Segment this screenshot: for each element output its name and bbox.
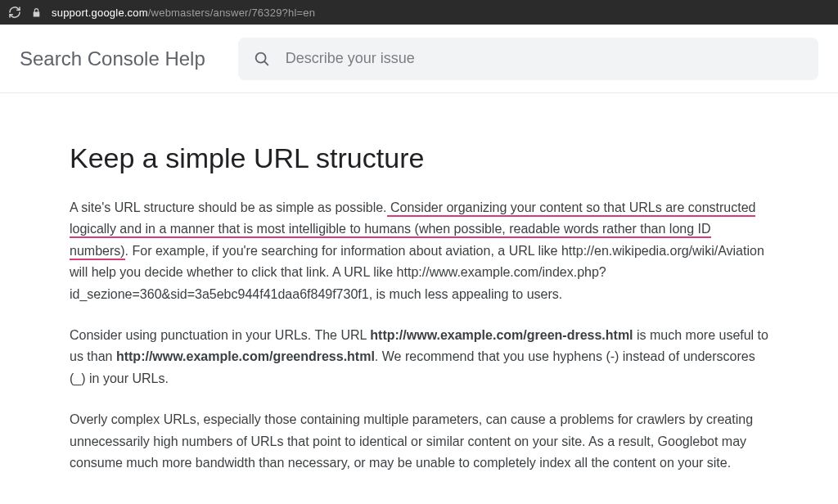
browser-address-bar: support.google.com/webmasters/answer/763…: [0, 0, 838, 25]
paragraph-2: Consider using punctuation in your URLs.…: [70, 325, 768, 389]
article-content: Keep a simple URL structure A site's URL…: [0, 93, 838, 474]
p1-text-a: A site's URL structure should be as simp…: [70, 200, 387, 214]
search-icon: [253, 50, 271, 68]
url-host: support.google.com: [52, 7, 148, 19]
lock-icon: [31, 7, 42, 18]
search-box[interactable]: [238, 38, 818, 80]
svg-line-1: [264, 61, 268, 64]
p1-text-b: . For example, if you're searching for i…: [70, 244, 764, 301]
p2-url-bad: http://www.example.com/greendress.html: [116, 349, 375, 363]
p2-text-a: Consider using punctuation in your URLs.…: [70, 328, 370, 342]
paragraph-1: A site's URL structure should be as simp…: [70, 197, 768, 305]
site-title[interactable]: Search Console Help: [20, 47, 205, 70]
site-header: Search Console Help: [0, 25, 838, 93]
paragraph-3: Overly complex URLs, especially those co…: [70, 409, 768, 474]
reload-icon[interactable]: [8, 6, 21, 19]
url-path: /webmasters/answer/76329?hl=en: [148, 7, 315, 19]
search-input[interactable]: [286, 50, 804, 67]
page-title: Keep a simple URL structure: [70, 142, 768, 174]
url-display[interactable]: support.google.com/webmasters/answer/763…: [52, 7, 315, 19]
p2-url-good: http://www.example.com/green-dress.html: [370, 328, 633, 342]
